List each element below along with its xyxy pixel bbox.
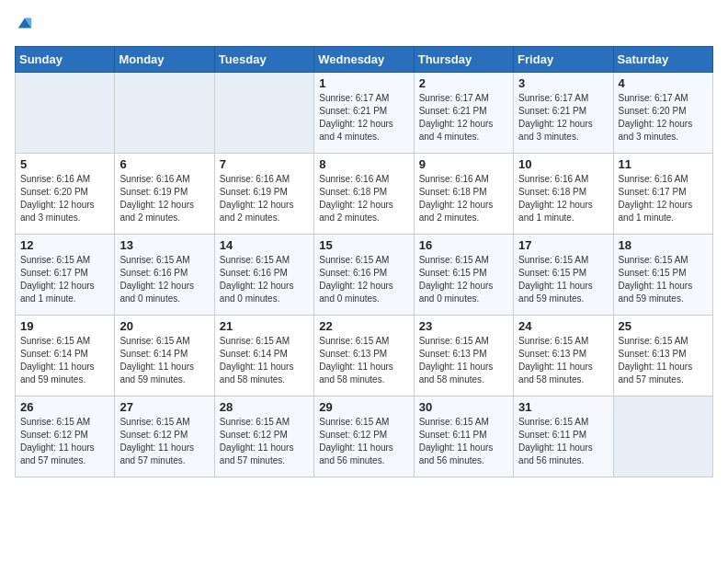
calendar-cell: 2Sunrise: 6:17 AMSunset: 6:21 PMDaylight…: [414, 73, 513, 154]
day-number: 24: [518, 319, 608, 333]
day-info: Sunrise: 6:15 AMSunset: 6:11 PMDaylight:…: [518, 416, 608, 467]
calendar-cell: 22Sunrise: 6:15 AMSunset: 6:13 PMDayligh…: [314, 316, 414, 396]
daylight-label: Daylight: 12 hours and 0 minutes.: [220, 281, 294, 304]
sunset-label: Sunset: 6:14 PM: [20, 349, 88, 359]
daylight-label: Daylight: 12 hours and 4 minutes.: [319, 119, 393, 142]
calendar-cell: 15Sunrise: 6:15 AMSunset: 6:16 PMDayligh…: [314, 235, 414, 316]
logo: [15, 15, 33, 35]
calendar-cell: 3Sunrise: 6:17 AMSunset: 6:21 PMDaylight…: [514, 73, 613, 154]
sunset-label: Sunset: 6:17 PM: [619, 187, 687, 197]
sunrise-label: Sunrise: 6:15 AM: [20, 336, 90, 346]
daylight-label: Daylight: 12 hours and 2 minutes.: [220, 200, 294, 223]
sunrise-label: Sunrise: 6:15 AM: [518, 255, 588, 265]
day-number: 20: [119, 319, 209, 333]
daylight-label: Daylight: 11 hours and 59 minutes.: [518, 281, 593, 304]
sunset-label: Sunset: 6:16 PM: [220, 268, 288, 278]
day-number: 23: [419, 319, 508, 333]
sunrise-label: Sunrise: 6:16 AM: [518, 174, 588, 184]
calendar-cell: 20Sunrise: 6:15 AMSunset: 6:14 PMDayligh…: [115, 316, 214, 396]
daylight-label: Daylight: 11 hours and 57 minutes.: [119, 442, 194, 465]
daylight-label: Daylight: 11 hours and 58 minutes.: [220, 362, 294, 385]
day-info: Sunrise: 6:16 AMSunset: 6:17 PMDaylight:…: [619, 173, 708, 224]
day-info: Sunrise: 6:15 AMSunset: 6:13 PMDaylight:…: [419, 335, 508, 386]
sunset-label: Sunset: 6:12 PM: [20, 430, 88, 440]
daylight-label: Daylight: 11 hours and 58 minutes.: [319, 362, 393, 385]
daylight-label: Daylight: 11 hours and 57 minutes.: [619, 362, 693, 385]
sunset-label: Sunset: 6:18 PM: [518, 187, 586, 197]
calendar-cell: 7Sunrise: 6:16 AMSunset: 6:19 PMDaylight…: [214, 154, 313, 235]
day-info: Sunrise: 6:15 AMSunset: 6:15 PMDaylight:…: [518, 254, 608, 305]
sunrise-label: Sunrise: 6:15 AM: [119, 417, 189, 427]
calendar-cell: 5Sunrise: 6:16 AMSunset: 6:20 PMDaylight…: [16, 154, 115, 235]
day-info: Sunrise: 6:16 AMSunset: 6:18 PMDaylight:…: [518, 173, 608, 224]
sunset-label: Sunset: 6:13 PM: [619, 349, 687, 359]
day-number: 18: [619, 238, 708, 252]
day-number: 12: [20, 238, 109, 252]
sunrise-label: Sunrise: 6:16 AM: [619, 174, 688, 184]
calendar-cell: 23Sunrise: 6:15 AMSunset: 6:13 PMDayligh…: [414, 316, 513, 396]
calendar-cell: 11Sunrise: 6:16 AMSunset: 6:17 PMDayligh…: [613, 154, 712, 235]
sunset-label: Sunset: 6:21 PM: [419, 106, 487, 116]
sunrise-label: Sunrise: 6:15 AM: [419, 255, 489, 265]
calendar-week-row: 26Sunrise: 6:15 AMSunset: 6:12 PMDayligh…: [16, 396, 713, 477]
day-info: Sunrise: 6:15 AMSunset: 6:12 PMDaylight:…: [319, 416, 408, 467]
calendar-cell: [214, 73, 313, 154]
sunset-label: Sunset: 6:17 PM: [20, 268, 88, 278]
day-info: Sunrise: 6:15 AMSunset: 6:16 PMDaylight:…: [319, 254, 408, 305]
daylight-label: Daylight: 12 hours and 1 minute.: [20, 281, 95, 304]
daylight-label: Daylight: 12 hours and 2 minutes.: [319, 200, 393, 223]
sunrise-label: Sunrise: 6:16 AM: [119, 174, 189, 184]
sunset-label: Sunset: 6:13 PM: [419, 349, 487, 359]
calendar-cell: 24Sunrise: 6:15 AMSunset: 6:13 PMDayligh…: [514, 316, 613, 396]
calendar-cell: 10Sunrise: 6:16 AMSunset: 6:18 PMDayligh…: [514, 154, 613, 235]
day-info: Sunrise: 6:15 AMSunset: 6:13 PMDaylight:…: [319, 335, 408, 386]
calendar-week-row: 1Sunrise: 6:17 AMSunset: 6:21 PMDaylight…: [16, 73, 713, 154]
calendar-week-row: 19Sunrise: 6:15 AMSunset: 6:14 PMDayligh…: [16, 316, 713, 396]
day-info: Sunrise: 6:17 AMSunset: 6:20 PMDaylight:…: [619, 92, 708, 144]
sunset-label: Sunset: 6:11 PM: [419, 430, 487, 440]
daylight-label: Daylight: 12 hours and 1 minute.: [619, 200, 693, 223]
day-info: Sunrise: 6:15 AMSunset: 6:14 PMDaylight:…: [20, 335, 109, 386]
calendar-cell: 28Sunrise: 6:15 AMSunset: 6:12 PMDayligh…: [214, 396, 313, 477]
daylight-label: Daylight: 12 hours and 0 minutes.: [319, 281, 393, 304]
day-info: Sunrise: 6:17 AMSunset: 6:21 PMDaylight:…: [319, 92, 408, 144]
sunset-label: Sunset: 6:15 PM: [619, 268, 687, 278]
calendar-table: SundayMondayTuesdayWednesdayThursdayFrid…: [15, 46, 713, 477]
calendar-cell: 9Sunrise: 6:16 AMSunset: 6:18 PMDaylight…: [414, 154, 513, 235]
day-info: Sunrise: 6:15 AMSunset: 6:12 PMDaylight:…: [220, 416, 309, 467]
daylight-label: Daylight: 12 hours and 3 minutes.: [518, 119, 593, 142]
calendar-week-row: 5Sunrise: 6:16 AMSunset: 6:20 PMDaylight…: [16, 154, 713, 235]
day-number: 9: [419, 157, 508, 171]
daylight-label: Daylight: 11 hours and 58 minutes.: [518, 362, 593, 385]
day-info: Sunrise: 6:16 AMSunset: 6:18 PMDaylight:…: [419, 173, 508, 224]
sunset-label: Sunset: 6:12 PM: [319, 430, 387, 440]
calendar-cell: [613, 396, 712, 477]
day-number: 17: [518, 238, 608, 252]
calendar-cell: 19Sunrise: 6:15 AMSunset: 6:14 PMDayligh…: [16, 316, 115, 396]
daylight-label: Daylight: 12 hours and 1 minute.: [518, 200, 593, 223]
day-number: 21: [220, 319, 309, 333]
day-number: 6: [119, 157, 209, 171]
weekday-header-wednesday: Wednesday: [314, 47, 414, 73]
sunrise-label: Sunrise: 6:16 AM: [419, 174, 489, 184]
calendar-cell: 1Sunrise: 6:17 AMSunset: 6:21 PMDaylight…: [314, 73, 414, 154]
day-info: Sunrise: 6:15 AMSunset: 6:12 PMDaylight:…: [20, 416, 109, 467]
sunrise-label: Sunrise: 6:16 AM: [220, 174, 290, 184]
calendar-cell: 8Sunrise: 6:16 AMSunset: 6:18 PMDaylight…: [314, 154, 414, 235]
daylight-label: Daylight: 11 hours and 56 minutes.: [319, 442, 393, 465]
daylight-label: Daylight: 11 hours and 58 minutes.: [419, 362, 494, 385]
daylight-label: Daylight: 12 hours and 2 minutes.: [119, 200, 194, 223]
sunset-label: Sunset: 6:15 PM: [419, 268, 487, 278]
sunrise-label: Sunrise: 6:17 AM: [319, 93, 389, 103]
calendar-cell: 31Sunrise: 6:15 AMSunset: 6:11 PMDayligh…: [514, 396, 613, 477]
calendar-cell: 26Sunrise: 6:15 AMSunset: 6:12 PMDayligh…: [16, 396, 115, 477]
day-info: Sunrise: 6:15 AMSunset: 6:14 PMDaylight:…: [220, 335, 309, 386]
sunrise-label: Sunrise: 6:16 AM: [20, 174, 90, 184]
daylight-label: Daylight: 12 hours and 0 minutes.: [419, 281, 494, 304]
sunrise-label: Sunrise: 6:17 AM: [419, 93, 489, 103]
sunset-label: Sunset: 6:13 PM: [518, 349, 586, 359]
day-info: Sunrise: 6:15 AMSunset: 6:13 PMDaylight:…: [619, 335, 708, 386]
sunrise-label: Sunrise: 6:15 AM: [119, 255, 189, 265]
day-number: 2: [419, 76, 508, 90]
calendar-cell: 18Sunrise: 6:15 AMSunset: 6:15 PMDayligh…: [613, 235, 712, 316]
